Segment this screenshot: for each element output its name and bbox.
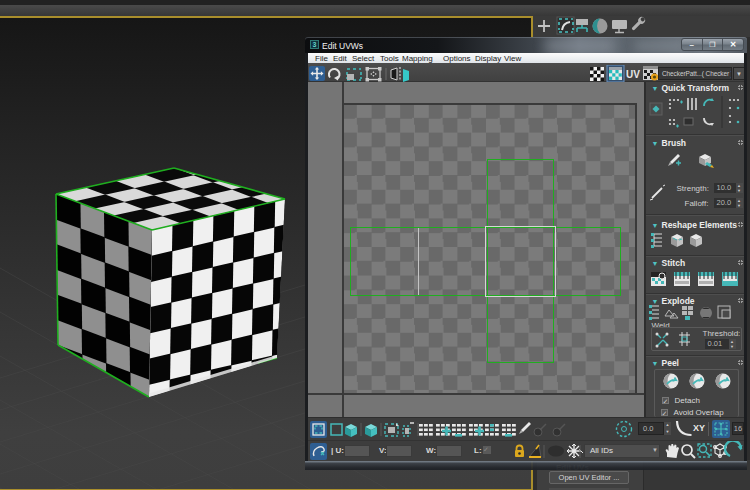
svg-text:UV: UV xyxy=(626,68,640,79)
